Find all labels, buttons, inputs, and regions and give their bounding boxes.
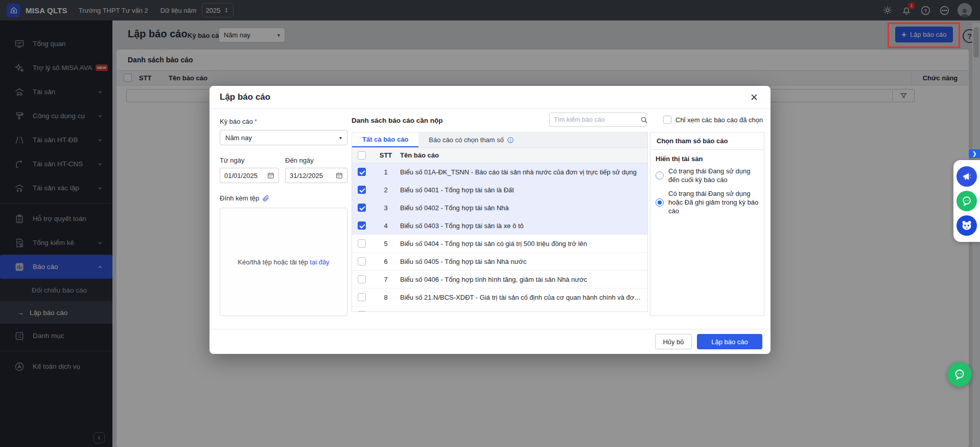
calendar-icon [336,172,343,179]
chat-fab-button[interactable] [947,362,972,387]
modal-header: Lập báo cáo ✕ [209,86,771,109]
row-checkbox[interactable] [358,293,366,301]
report-search[interactable] [549,113,646,127]
report-row[interactable]: 1 Biểu số 01A-ĐK_TSNN - Báo cáo tài sản … [352,163,647,181]
display-assets-group-label: Hiển thị tài sản [656,155,759,163]
report-row[interactable]: 4 Biểu số 0403 - Tổng hợp tài sản là xe … [352,217,647,235]
modal-footer: Hủy bỏ Lập báo cáo [209,329,771,354]
report-tabs: Tất cả báo cáo Báo cáo có chọn tham số [352,132,648,147]
report-search-input[interactable] [550,116,640,123]
report-row[interactable]: 6 Biểu số 0405 - Tổng hợp tài sản Nhà nư… [352,253,647,271]
required-asterisk: * [254,118,257,125]
report-row[interactable]: 8 Biểu số 21.N/BCS-XDĐT - Giá trị tài sả… [352,288,647,306]
highlight-red-box [888,23,960,48]
modal-report-table: STT Tên báo cáo 1 Biểu số 01A-ĐK_TSNN - … [352,147,648,312]
assistant-panda-button[interactable] [956,215,977,236]
floating-toolbar [953,160,980,242]
row-checkbox[interactable] [358,186,366,194]
cancel-button[interactable]: Hủy bỏ [655,334,692,349]
tab-parameter-reports[interactable]: Báo cáo có chọn tham số [418,132,524,147]
from-date-input[interactable]: 01/01/2025 [220,168,279,183]
submit-create-report-button[interactable]: Lập báo cáo [697,334,762,349]
collapse-widget-arrow[interactable]: ❯ [969,149,980,158]
to-date-label: Đến ngày [285,157,314,164]
report-row[interactable]: 3 Biểu số 0402 - Tổng hợp tài sản Nhà [352,199,647,217]
support-chat-button[interactable] [956,191,977,211]
modal-title: Lập báo cáo [220,92,270,102]
report-row[interactable]: 5 Biểu số 0404 - Tổng hợp tài sản có giá… [352,235,647,253]
radio-icon[interactable] [656,171,664,180]
from-date-value: 01/01/2025 [224,172,258,180]
column-stt: STT [371,151,400,159]
row-checkbox[interactable] [358,168,366,176]
to-date-value: 31/12/2025 [290,172,323,180]
select-caret-icon: ▾ [339,135,342,141]
radio-option-dang-su-dung[interactable]: Có trạng thái Đang sử dụng đến cuối kỳ b… [656,167,759,184]
row-checkbox[interactable] [358,239,366,248]
parameters-header: Chọn tham số báo cáo [650,132,764,150]
calendar-icon [267,172,274,179]
row-checkbox[interactable] [358,275,366,283]
app-root: MISA QLTS Trường THPT Tư vấn 2 Dữ liệu n… [0,0,980,447]
report-row-partial[interactable] [352,306,647,312]
report-parameters-panel: Chọn tham số báo cáo Hiển thị tài sản Có… [650,132,764,316]
row-checkbox[interactable] [358,221,366,230]
report-row[interactable]: 7 Biểu số 0406 - Tổng hợp tình hình tăng… [352,271,647,288]
select-all-reports-checkbox[interactable] [358,151,366,160]
modal-period-value: Năm nay [225,134,252,142]
create-report-modal: Lập báo cáo ✕ Kỳ báo cáo* Năm nay ▾ Từ n… [209,86,771,354]
row-checkbox[interactable] [358,204,366,212]
radio-option-da-ghi-giam[interactable]: Có trạng thái Đang sử dụng hoặc Đã ghi g… [656,189,759,215]
dropzone-upload-link[interactable]: tại đây [310,258,329,266]
tab-all-reports[interactable]: Tất cả báo cáo [352,132,418,147]
to-date-input[interactable]: 31/12/2025 [285,168,347,183]
search-icon [640,116,648,124]
row-checkbox[interactable] [358,311,366,312]
report-row[interactable]: 2 Biểu số 0401 - Tổng hợp tài sản là Đất [352,181,647,199]
close-icon[interactable]: ✕ [748,91,760,103]
report-list-title: Danh sách báo cáo cần nộp [352,117,443,124]
dropzone-text: Kéo/thả tệp hoặc tải tệp [238,258,308,266]
modal-period-label: Kỳ báo cáo* [220,118,257,125]
parameters-body: Hiển thị tài sản Có trạng thái Đang sử d… [650,150,764,215]
paperclip-icon [262,194,270,202]
row-checkbox[interactable] [358,257,366,265]
info-icon [507,137,514,144]
attach-file-label: Đính kèm tệp [220,194,270,202]
radio-selected-icon[interactable] [656,198,664,207]
only-selected-toggle[interactable]: Chỉ xem các báo cáo đã chọn [663,116,763,124]
only-selected-label: Chỉ xem các báo cáo đã chọn [675,116,763,124]
modal-period-select[interactable]: Năm nay ▾ [220,130,347,145]
from-date-label: Từ ngày [220,157,244,164]
file-dropzone[interactable]: Kéo/thả tệp hoặc tải tệp tại đây [220,208,347,316]
column-ten-bao-cao: Tên báo cáo [400,151,647,159]
only-selected-checkbox[interactable] [663,116,671,124]
announcement-megaphone-button[interactable] [956,166,977,187]
modal-table-header: STT Tên báo cáo [352,148,647,163]
